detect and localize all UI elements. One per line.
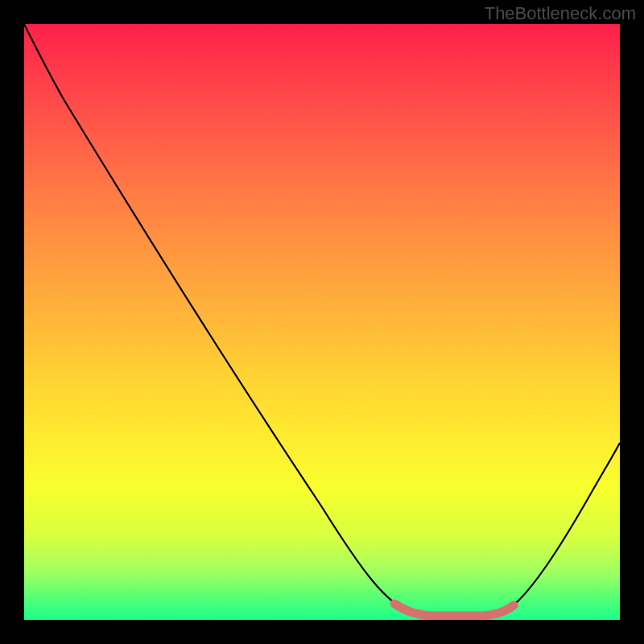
watermark-text: TheBottleneck.com (485, 3, 636, 24)
curve-layer (24, 24, 620, 620)
bottleneck-curve-path (24, 24, 620, 616)
highlight-band-path (394, 604, 514, 616)
chart-plot-area (24, 24, 620, 620)
